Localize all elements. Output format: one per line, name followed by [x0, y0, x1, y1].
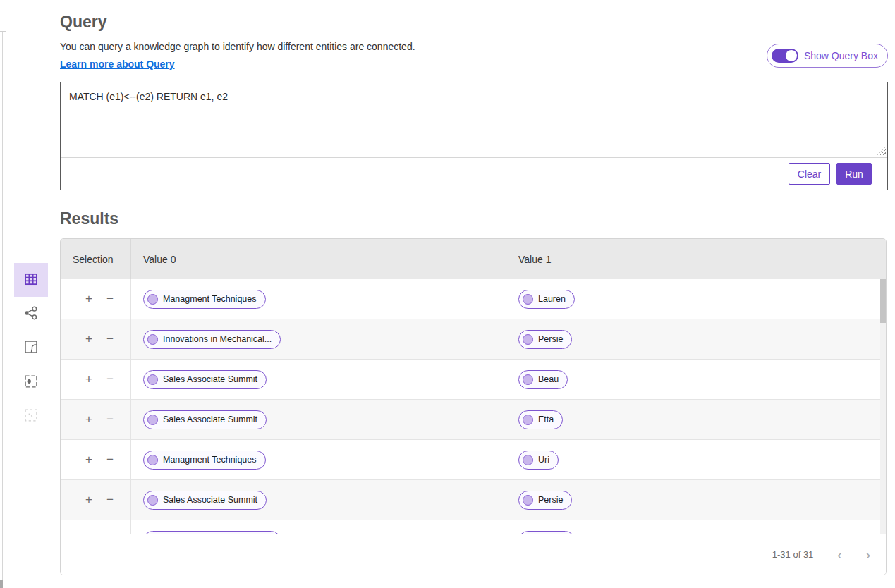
map-view-button[interactable]: [14, 331, 48, 365]
entity-pill-label-value0: Managment Techniques: [163, 455, 257, 465]
entity-dot-icon: [523, 455, 533, 465]
entity-dot-icon: [523, 415, 533, 425]
entity-dot-icon: [147, 495, 158, 506]
entity-pill-label-value1: Persie: [538, 334, 563, 344]
entity-pill-label-value0: Innovations in Mechanical...: [163, 334, 272, 344]
entity-pill[interactable]: Beau: [518, 370, 568, 389]
entity-dot-icon: [523, 334, 533, 345]
entity-pill[interactable]: Uri: [518, 451, 559, 470]
entity-dot-icon: [523, 294, 533, 305]
value1-cell: Lauren: [506, 520, 886, 534]
selection-cell: + −: [61, 372, 130, 387]
entity-pill[interactable]: Sales Associate Summit: [143, 410, 267, 429]
remove-from-selection-button[interactable]: −: [103, 452, 117, 467]
add-to-selection-button[interactable]: +: [82, 412, 96, 427]
table-scrollbar-track[interactable]: [880, 279, 886, 534]
entity-pill[interactable]: Innovations in Mechanical...: [143, 330, 281, 349]
link-chart-view-button[interactable]: [14, 297, 48, 331]
value1-cell: Etta: [506, 400, 886, 439]
entity-pill-label-value0: Sales Associate Summit: [163, 374, 257, 384]
entity-pill[interactable]: Lauren: [518, 290, 575, 309]
value0-cell: Sales Associate Summit: [130, 480, 506, 520]
entity-pill[interactable]: Innovations in Mechanical...: [143, 531, 281, 534]
remove-from-selection-button[interactable]: −: [103, 372, 117, 387]
table-scrollbar-thumb[interactable]: [880, 279, 886, 323]
entity-dot-icon: [147, 374, 158, 385]
column-header-value0: Value 0: [130, 239, 506, 279]
new-map-from-results-button[interactable]: [14, 365, 48, 399]
table-row: + − Managment Techniques Uri: [61, 440, 886, 480]
value0-cell: Managment Techniques: [130, 440, 506, 479]
pagination-range: 1-31 of 31: [772, 549, 814, 560]
run-button[interactable]: Run: [836, 163, 872, 185]
query-textarea-wrap: [61, 82, 887, 157]
entity-pill[interactable]: Sales Associate Summit: [143, 370, 267, 389]
panel-edge-line: [0, 31, 6, 32]
column-header-value1: Value 1: [506, 239, 886, 279]
results-title: Results: [60, 209, 888, 228]
new-map-icon: [23, 374, 39, 391]
table-row: + − Sales Associate Summit Beau: [61, 360, 886, 400]
entity-dot-icon: [147, 334, 158, 345]
query-input[interactable]: [61, 82, 887, 157]
entity-pill-label-value0: Managment Techniques: [163, 294, 257, 304]
selection-map-icon: [23, 408, 39, 425]
table-view-button[interactable]: [14, 263, 48, 297]
value0-cell: Sales Associate Summit: [130, 360, 506, 399]
next-page-button[interactable]: ›: [866, 548, 870, 561]
left-scrollbar-fragment[interactable]: [0, 580, 3, 588]
value1-cell: Beau: [506, 360, 886, 399]
value1-cell: Persie: [506, 480, 886, 520]
entity-pill[interactable]: Etta: [518, 410, 563, 429]
entity-pill[interactable]: Managment Techniques: [143, 290, 266, 309]
table-row: + − Innovations in Mechanical... Lauren: [61, 520, 886, 534]
entity-pill[interactable]: Sales Associate Summit: [143, 491, 267, 510]
selection-cell: + −: [61, 291, 130, 307]
table-footer: 1-31 of 31 ‹ ›: [61, 534, 886, 575]
add-to-selection-button[interactable]: +: [82, 331, 96, 347]
table-row: + − Innovations in Mechanical... Persie: [61, 319, 886, 360]
entity-pill-label-value0: Sales Associate Summit: [163, 495, 257, 505]
main-content: Query You can query a knowledge graph to…: [60, 0, 888, 575]
add-to-selection-button[interactable]: +: [82, 532, 96, 534]
value1-cell: Persie: [506, 319, 886, 359]
selection-map-button: [14, 399, 48, 433]
selection-cell: + −: [61, 532, 130, 534]
add-to-selection-button[interactable]: +: [82, 452, 96, 467]
previous-page-button[interactable]: ‹: [837, 548, 841, 561]
selection-cell: + −: [61, 452, 130, 467]
table-body: + − Managment Techniques Lauren + − Inno…: [61, 279, 886, 534]
selection-cell: + −: [61, 331, 130, 347]
toggle-knob: [786, 50, 797, 61]
link-chart-view-icon: [23, 305, 39, 323]
remove-from-selection-button[interactable]: −: [103, 492, 117, 508]
learn-more-link[interactable]: Learn more about Query: [60, 59, 175, 70]
add-to-selection-button[interactable]: +: [82, 291, 96, 307]
entity-pill[interactable]: Persie: [518, 330, 572, 349]
remove-from-selection-button[interactable]: −: [103, 532, 117, 534]
table-view-icon: [23, 271, 39, 289]
entity-pill[interactable]: Persie: [518, 491, 572, 510]
show-query-box-toggle[interactable]: Show Query Box: [767, 44, 888, 68]
table-row: + − Managment Techniques Lauren: [61, 279, 886, 319]
entity-pill[interactable]: Lauren: [518, 531, 575, 534]
toggle-label: Show Query Box: [804, 50, 878, 61]
remove-from-selection-button[interactable]: −: [103, 412, 117, 427]
column-header-selection: Selection: [61, 254, 130, 265]
remove-from-selection-button[interactable]: −: [103, 291, 117, 307]
entity-pill[interactable]: Managment Techniques: [143, 451, 266, 470]
add-to-selection-button[interactable]: +: [82, 492, 96, 508]
clear-button[interactable]: Clear: [789, 163, 830, 185]
remove-from-selection-button[interactable]: −: [103, 331, 117, 347]
value0-cell: Innovations in Mechanical...: [130, 520, 506, 534]
query-actions-bar: Clear Run: [61, 157, 887, 190]
intro-text: You can query a knowledge graph to ident…: [60, 41, 415, 71]
toggle-switch-on: [772, 49, 798, 63]
query-box: Clear Run: [60, 82, 888, 190]
table-row: + − Sales Associate Summit Persie: [61, 480, 886, 520]
entity-pill-label-value1: Lauren: [538, 294, 566, 304]
entity-pill-label-value1: Etta: [538, 415, 554, 424]
add-to-selection-button[interactable]: +: [82, 372, 96, 387]
entity-pill-label-value0: Sales Associate Summit: [163, 415, 257, 424]
entity-dot-icon: [523, 495, 533, 506]
